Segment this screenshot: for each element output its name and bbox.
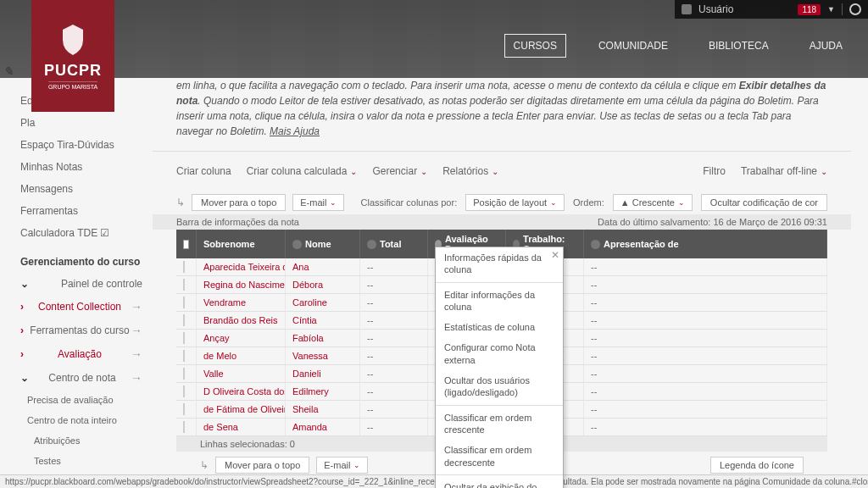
cell-sobrenome[interactable]: Regina do Nascimen	[197, 276, 286, 293]
cell-nome[interactable]: Débora	[286, 276, 360, 293]
cell-nome[interactable]: Vanessa	[286, 347, 360, 364]
cell-sobrenome[interactable]: Valle	[197, 365, 286, 382]
notification-badge[interactable]: 118	[798, 4, 821, 15]
menu-ocultar-exib[interactable]: Ocultar da exibição do instrutor	[436, 477, 563, 488]
col-nome[interactable]: Nome	[305, 239, 331, 249]
cell-apres[interactable]: --	[584, 312, 827, 329]
cell-sobrenome[interactable]: Aparecida Teixeira da	[197, 258, 286, 275]
cell-nome[interactable]: Danieli	[286, 365, 360, 382]
sidebar-ferramentas[interactable]: Ferramentas	[20, 200, 153, 222]
filtro-label[interactable]: Filtro	[703, 165, 726, 177]
cell-total[interactable]: --	[360, 330, 428, 347]
legenda-button[interactable]: Legenda do ícone	[710, 457, 804, 474]
cell-nome[interactable]: Caroline	[286, 294, 360, 311]
menu-classificar-cresc[interactable]: Classificar em ordem crescente	[436, 408, 563, 441]
cell-nome[interactable]: Sheila	[286, 401, 360, 418]
row-checkbox[interactable]	[183, 297, 185, 308]
mover-topo-button-2[interactable]: Mover para o topo	[215, 457, 309, 474]
logo-panel[interactable]: PUCPR GRUPO MARISTA	[31, 0, 114, 112]
menu-configurar[interactable]: Configurar como Nota externa	[436, 337, 563, 370]
user-label[interactable]: Usuário	[698, 3, 733, 15]
row-checkbox[interactable]	[183, 403, 185, 415]
sidebar-pla[interactable]: Pla	[20, 112, 153, 134]
cell-sobrenome[interactable]: Brandão dos Reis	[197, 312, 286, 329]
cell-nome[interactable]: Ana	[286, 258, 360, 275]
cell-apres[interactable]: --	[584, 276, 827, 293]
email-select-2[interactable]: E-mail⌄	[316, 457, 368, 474]
cell-nome[interactable]: Cíntia	[286, 312, 360, 329]
cell-apres[interactable]: --	[584, 383, 827, 400]
col-icon[interactable]	[591, 240, 600, 249]
cell-total[interactable]: --	[360, 419, 428, 435]
sidebar-painel[interactable]: Painel de controle	[20, 273, 153, 295]
cell-total[interactable]: --	[360, 258, 428, 275]
row-checkbox[interactable]	[183, 421, 185, 433]
cell-nome[interactable]: Amanda	[286, 419, 360, 435]
sidebar-precisa[interactable]: Precisa de avaliação	[20, 390, 153, 410]
sidebar-centro[interactable]: Centro de nota→	[20, 366, 153, 390]
crescente-select[interactable]: ▲ Crescente⌄	[613, 194, 693, 211]
col-sobrenome[interactable]: Sobrenome	[203, 239, 255, 249]
ocultar-cod-button[interactable]: Ocultar codificação de cor	[701, 194, 827, 211]
sidebar-gerenciamento[interactable]: Gerenciamento do curso	[20, 251, 153, 273]
row-checkbox[interactable]	[183, 279, 185, 291]
menu-info-rapida[interactable]: Informações rápidas da coluna	[436, 247, 563, 280]
arrow-down-icon[interactable]: ↳	[176, 197, 185, 208]
sidebar-testes[interactable]: Testes	[20, 451, 153, 471]
cell-apres[interactable]: --	[584, 347, 827, 364]
sidebar-mensagens[interactable]: Mensagens	[20, 178, 153, 200]
sidebar-avaliacao[interactable]: Avaliação→	[20, 342, 153, 366]
row-checkbox[interactable]	[183, 261, 185, 273]
arrow-down-icon[interactable]: ↳	[200, 459, 209, 471]
close-icon[interactable]: ✕	[551, 249, 559, 261]
menu-editar[interactable]: Editar informações da coluna	[436, 285, 563, 318]
power-icon[interactable]	[849, 3, 861, 15]
mover-topo-button[interactable]: Mover para o topo	[192, 194, 286, 211]
offline-button[interactable]: Trabalhar off-line⌄	[741, 165, 827, 177]
email-select[interactable]: E-mail⌄	[292, 194, 344, 211]
menu-ocultar-usuarios[interactable]: Ocultar dos usuários (ligado/desligado)	[436, 370, 563, 403]
cell-apres[interactable]: --	[584, 365, 827, 382]
cell-total[interactable]: --	[360, 365, 428, 382]
nav-comunidade[interactable]: COMUNIDADE	[590, 35, 676, 57]
cell-sobrenome[interactable]: de Melo	[197, 347, 286, 364]
cell-total[interactable]: --	[360, 312, 428, 329]
edit-icon[interactable]: ✎	[3, 64, 14, 78]
cell-total[interactable]: --	[360, 401, 428, 418]
row-checkbox[interactable]	[183, 350, 185, 362]
menu-estatisticas[interactable]: Estatísticas de coluna	[436, 317, 563, 337]
sidebar-centro-int[interactable]: Centro de nota inteiro	[20, 410, 153, 430]
dropdown-icon[interactable]: ▼	[827, 5, 835, 14]
cell-sobrenome[interactable]: Vendrame	[197, 294, 286, 311]
cell-sobrenome[interactable]: Ançay	[197, 330, 286, 347]
col-apresentacao[interactable]: Apresentação de	[604, 239, 679, 249]
criar-calculada-button[interactable]: Criar coluna calculada⌄	[247, 165, 358, 177]
col-icon[interactable]	[367, 240, 376, 249]
sidebar-atrib[interactable]: Atribuições	[20, 430, 153, 451]
nav-cursos[interactable]: CURSOS	[504, 34, 566, 58]
cell-apres[interactable]: --	[584, 258, 827, 275]
row-checkbox[interactable]	[183, 368, 185, 380]
menu-classificar-decresc[interactable]: Classificar em ordem decrescente	[436, 440, 563, 473]
cell-total[interactable]: --	[360, 276, 428, 293]
row-checkbox[interactable]	[183, 385, 185, 397]
cell-apres[interactable]: --	[584, 401, 827, 418]
cell-sobrenome[interactable]: de Sena	[197, 419, 286, 435]
criar-coluna-button[interactable]: Criar coluna	[176, 165, 231, 177]
row-checkbox[interactable]	[183, 332, 185, 344]
cell-apres[interactable]: --	[584, 330, 827, 347]
mais-ajuda-link[interactable]: Mais Ajuda	[270, 125, 320, 137]
sidebar-minhas-notas[interactable]: Minhas Notas	[20, 156, 153, 178]
nav-biblioteca[interactable]: BIBLIOTECA	[700, 35, 777, 57]
sidebar-calculadora[interactable]: Calculadora TDE ☑	[20, 222, 153, 244]
relatorios-button[interactable]: Relatórios⌄	[442, 165, 498, 177]
cell-sobrenome[interactable]: de Fátima de Oliveira	[197, 401, 286, 418]
posicao-select[interactable]: Posição de layout⌄	[465, 194, 565, 211]
cell-nome[interactable]: Fabíola	[286, 330, 360, 347]
cell-total[interactable]: --	[360, 347, 428, 364]
cell-sobrenome[interactable]: D Oliveira Costa dos	[197, 383, 286, 400]
cell-nome[interactable]: Edilmery	[286, 383, 360, 400]
select-all-checkbox[interactable]	[183, 240, 189, 249]
cell-total[interactable]: --	[360, 294, 428, 311]
sidebar-content[interactable]: Content Collection→	[20, 295, 153, 319]
